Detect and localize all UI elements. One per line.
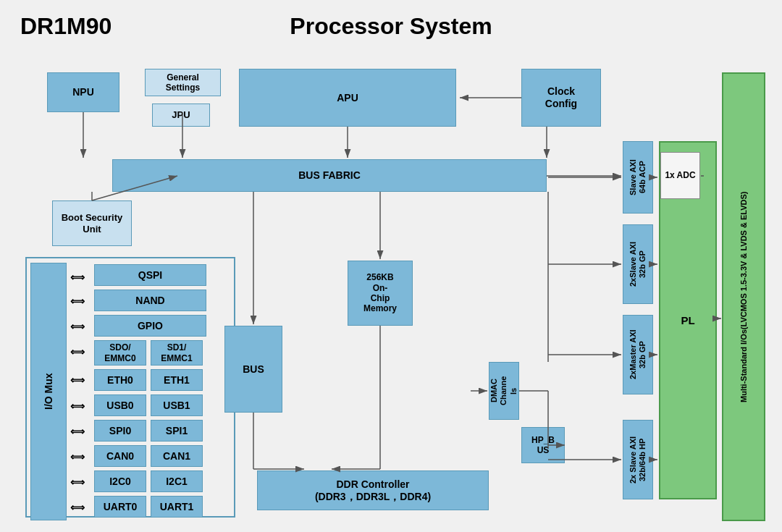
master-axi-32b-gp-block: 2xMaster AXI 32b GP: [623, 315, 653, 394]
io-arrow-1: ⟺: [70, 271, 85, 283]
slave-axi-32b-gp-block: 2xSlave AXI 32b GP: [623, 224, 653, 304]
io-arrow-10: ⟺: [70, 502, 85, 513]
multi-standard-block: Multi-Standard I/Os(LVCMOS 1.5-3.3V & LV…: [722, 72, 765, 521]
bus-fabric-block: BUS FABRIC: [112, 159, 547, 192]
general-settings-block: General Settings: [145, 69, 221, 96]
slave-axi-32b-hp-block: 2x Slave AXI 32b/64b HP: [623, 420, 653, 499]
eth1-block: ETH1: [151, 369, 203, 391]
io-arrow-7: ⟺: [70, 426, 85, 437]
io-arrow-4: ⟺: [70, 346, 85, 358]
npu-block: NPU: [47, 72, 119, 112]
usb0-block: USB0: [94, 394, 146, 416]
bus-block: BUS: [224, 326, 282, 413]
slave-axi-64b-block: Slave AXI 64b ACP: [623, 141, 653, 214]
boot-security-block: Boot Security Unit: [52, 200, 132, 246]
memory-block: 256KB On- Chip Memory: [348, 261, 413, 326]
clock-config-block: Clock Config: [521, 69, 601, 127]
spi1-block: SPI1: [151, 420, 203, 442]
sd1-emmc1-block: SD1/ EMMC1: [151, 340, 203, 366]
jpu-block: JPU: [152, 104, 210, 127]
eth0-block: ETH0: [94, 369, 146, 391]
gpio-block: GPIO: [94, 315, 206, 337]
hp-bus-block: HP_B US: [521, 427, 565, 463]
apu-block: APU: [239, 69, 456, 127]
io-arrow-6: ⟺: [70, 400, 85, 412]
nand-block: NAND: [94, 290, 206, 311]
spi0-block: SPI0: [94, 420, 146, 442]
i2c1-block: I2C1: [151, 470, 203, 492]
io-arrow-9: ⟺: [70, 476, 85, 488]
uart1-block: UART1: [151, 496, 203, 518]
can0-block: CAN0: [94, 445, 146, 467]
i2c0-block: I2C0: [94, 470, 146, 492]
io-arrow-3: ⟺: [70, 321, 85, 332]
title-center: Processor System: [0, 13, 782, 40]
ddr-controller-block: DDR Controller (DDR3，DDR3L，DDR4): [257, 470, 489, 510]
usb1-block: USB1: [151, 394, 203, 416]
can1-block: CAN1: [151, 445, 203, 467]
io-arrow-5: ⟺: [70, 374, 85, 386]
qspi-block: QSPI: [94, 264, 206, 286]
io-mux-block: I/O Mux: [30, 263, 67, 520]
io-arrow-8: ⟺: [70, 451, 85, 463]
sdo-emmc0-block: SDO/ EMMC0: [94, 340, 146, 366]
io-arrow-2: ⟺: [70, 295, 85, 307]
dmac-block: DMAC Channe ls: [489, 362, 519, 420]
adc-block: 1x ADC: [660, 152, 700, 199]
uart0-block: UART0: [94, 496, 146, 518]
